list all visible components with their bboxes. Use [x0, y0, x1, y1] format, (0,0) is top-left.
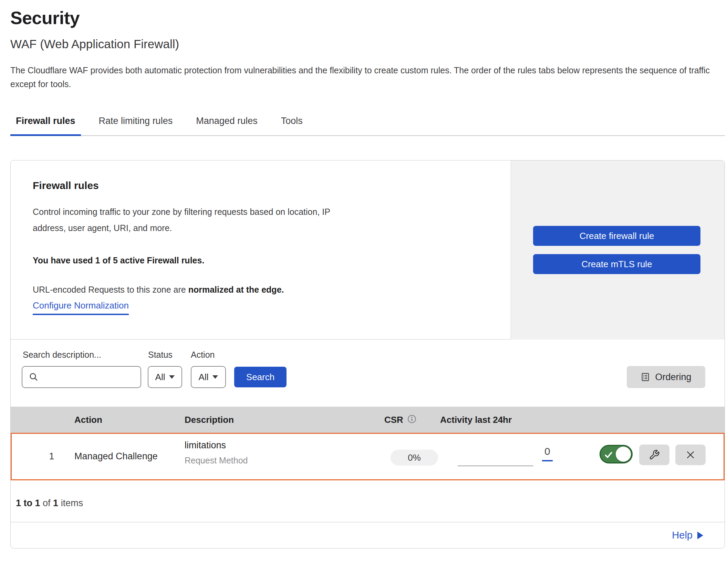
delete-rule-button[interactable]: [675, 445, 706, 465]
search-button[interactable]: Search: [234, 367, 287, 387]
rule-priority: 1: [45, 451, 59, 462]
search-input-box[interactable]: [22, 366, 141, 388]
normalization-text-plain: URL-encoded Requests to this zone are: [33, 285, 186, 294]
column-header-description: Description: [185, 415, 234, 425]
firewall-rule-row: 1 Managed Challenge limitations Request …: [11, 433, 725, 480]
action-select[interactable]: All: [191, 366, 226, 388]
tab-rate-limiting-rules[interactable]: Rate limiting rules: [93, 107, 178, 135]
rule-description-cell: limitations Request Method: [185, 440, 248, 466]
normalization-text: URL-encoded Requests to this zone are no…: [33, 285, 511, 295]
action-select-value: All: [199, 372, 209, 383]
pagination-total: 1: [53, 498, 58, 508]
filter-bar: Search description... Status Action All …: [11, 340, 725, 407]
ordering-button-label: Ordering: [655, 372, 691, 383]
card-description: Control incoming traffic to your zone by…: [33, 204, 365, 236]
ordering-list-icon: [641, 372, 650, 382]
status-label: Status: [148, 350, 173, 360]
table-header-row: Action Description CSR Activity last 24h…: [11, 407, 725, 433]
page-subtitle: WAF (Web Application Firewall): [10, 37, 179, 51]
page-description: The Cloudflare WAF provides both automat…: [10, 63, 718, 91]
page-title: Security: [10, 8, 80, 28]
pagination-items: items: [61, 498, 83, 508]
configure-normalization-link[interactable]: Configure Normalization: [33, 300, 129, 315]
edit-rule-button[interactable]: [639, 445, 669, 465]
help-link[interactable]: Help: [672, 530, 703, 541]
chevron-down-icon: [212, 375, 218, 379]
rule-description: limitations: [185, 440, 248, 451]
normalization-text-bold: normalized at the edge.: [188, 285, 284, 294]
tab-firewall-rules[interactable]: Firewall rules: [10, 107, 81, 135]
activity-count-link[interactable]: 0: [542, 446, 553, 461]
csr-badge: 0%: [391, 450, 438, 466]
chevron-down-icon: [169, 375, 175, 379]
tabs-bar: Firewall rules Rate limiting rules Manag…: [10, 107, 725, 136]
rule-description-sub: Request Method: [185, 456, 248, 466]
search-description-label: Search description...: [23, 350, 101, 360]
action-label: Action: [191, 350, 215, 360]
checkmark-icon: [604, 450, 613, 459]
tab-tools[interactable]: Tools: [275, 107, 308, 135]
ordering-button[interactable]: Ordering: [627, 366, 705, 388]
card-heading: Firewall rules: [33, 180, 511, 191]
help-bar: Help: [11, 522, 725, 548]
actions-panel: Create firewall rule Create mTLS rule: [511, 160, 725, 340]
pagination-summary: 1 to 1 of 1 items: [16, 498, 83, 509]
create-mtls-rule-button[interactable]: Create mTLS rule: [533, 254, 700, 274]
toggle-knob: [616, 447, 631, 462]
firewall-rules-card: Firewall rules Control incoming traffic …: [10, 160, 725, 549]
close-icon: [685, 450, 696, 460]
info-icon[interactable]: [407, 414, 417, 424]
status-select[interactable]: All: [148, 366, 182, 388]
pagination-range: 1 to 1: [16, 498, 40, 508]
waf-security-page: Security WAF (Web Application Firewall) …: [0, 0, 728, 564]
column-header-csr: CSR: [384, 415, 403, 425]
card-top-section: Firewall rules Control incoming traffic …: [11, 160, 725, 340]
pagination-of: of: [43, 498, 51, 508]
activity-sparkline: [458, 466, 533, 466]
triangle-right-icon: [697, 532, 703, 539]
usage-text: You have used 1 of 5 active Firewall rul…: [33, 255, 511, 265]
rule-action: Managed Challenge: [74, 451, 158, 462]
rule-enabled-toggle[interactable]: [600, 445, 633, 463]
column-header-action: Action: [74, 415, 102, 425]
wrench-icon: [649, 449, 660, 460]
create-firewall-rule-button[interactable]: Create firewall rule: [533, 226, 700, 246]
firewall-rules-overview: Firewall rules Control incoming traffic …: [11, 160, 511, 339]
status-select-value: All: [155, 372, 165, 383]
tab-managed-rules[interactable]: Managed rules: [190, 107, 263, 135]
search-icon: [29, 372, 39, 382]
search-input[interactable]: [42, 367, 141, 387]
help-link-label: Help: [672, 530, 693, 541]
column-header-activity: Activity last 24hr: [440, 415, 512, 425]
